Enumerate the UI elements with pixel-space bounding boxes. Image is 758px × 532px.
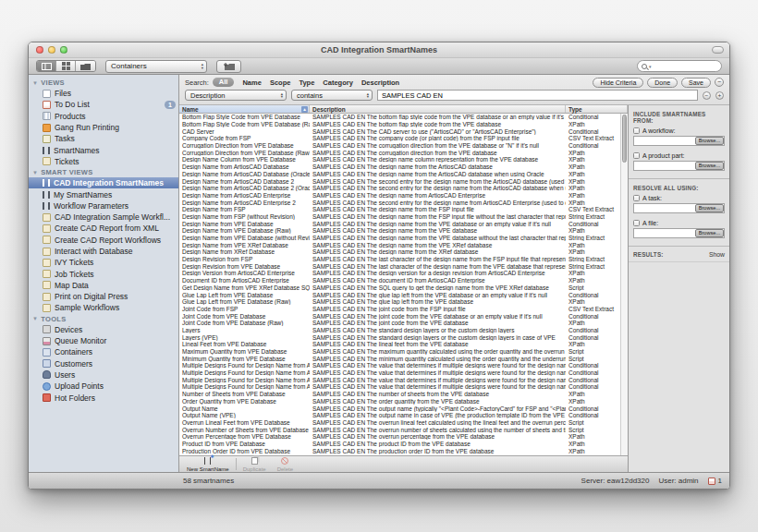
sidebar-item[interactable]: SmartNames	[29, 144, 178, 155]
add-filter-row-button[interactable]: +	[715, 91, 724, 100]
table-row[interactable]: Bottom Flap Style Code from VPE Database…	[179, 121, 620, 128]
table-row[interactable]: Lineal Feet from VPE Database SAMPLES CA…	[179, 341, 620, 348]
sidebar-item[interactable]: My SmartNames	[29, 188, 178, 200]
show-results-button[interactable]: Show	[709, 251, 725, 258]
table-row[interactable]: Design Name from XRef Database SAMPLES C…	[179, 248, 620, 256]
table-row[interactable]: Design Name from VPE Database (without R…	[179, 235, 620, 242]
table-row[interactable]: Output Name (VPE) SAMPLES CAD EN The out…	[179, 412, 620, 419]
pane-view-button[interactable]	[37, 61, 56, 71]
table-row[interactable]: Bottom Flap Style Code from VPE Database…	[179, 114, 620, 121]
table-row[interactable]: CAD Server SAMPLES CAD EN The CAD server…	[179, 127, 620, 135]
sidebar-section-tools[interactable]: ▼ TOOLS	[29, 314, 178, 324]
disclosure-triangle-icon[interactable]: ▼	[32, 80, 38, 86]
sidebar-item[interactable]: Customers	[29, 358, 178, 369]
table-row[interactable]: Design Version from ArtiosCAD Enterprise…	[179, 270, 620, 277]
sidebar-item[interactable]: Upload Points	[29, 381, 178, 392]
title-bar[interactable]: CAD Integration SmartNames	[29, 42, 729, 58]
filter-value-input[interactable]	[377, 90, 698, 101]
toolbar-toggle-button[interactable]	[712, 46, 724, 54]
workflow-browse-button[interactable]: Browse...	[695, 137, 724, 145]
search-scope-button[interactable]: All	[213, 78, 235, 87]
checkbox-icon[interactable]	[633, 152, 640, 159]
checkbox-icon[interactable]	[633, 195, 640, 201]
column-header-type[interactable]: Type	[566, 105, 628, 113]
sidebar-item[interactable]: To Do List 1	[29, 99, 178, 110]
delete-button[interactable]: Delete	[272, 456, 299, 472]
table-row[interactable]: Order Quantity from VPE Database SAMPLES…	[179, 398, 620, 405]
sidebar-item[interactable]: Containers	[29, 346, 178, 357]
sidebar-item[interactable]: CAD Integration Sample Workfl...	[29, 212, 178, 223]
done-button[interactable]: Done	[647, 78, 678, 88]
table-row[interactable]: Design Name from ArtiosCAD Enterprise 2 …	[179, 199, 620, 206]
scrollbar-thumb[interactable]	[622, 115, 627, 163]
table-row[interactable]: Design Revision from VPE Database SAMPLE…	[179, 262, 620, 270]
sidebar-item[interactable]: Create CAD Report from XML	[29, 223, 178, 234]
sidebar-item[interactable]: Tickets	[29, 156, 178, 167]
sidebar-item[interactable]: Products	[29, 111, 178, 122]
search-scope-button[interactable]: Type	[299, 79, 314, 87]
table-row[interactable]: Product ID from VPE Database SAMPLES CAD…	[179, 441, 620, 448]
table-row[interactable]: Output Name SAMPLES CAD EN The output na…	[179, 405, 620, 412]
sidebar-item[interactable]: Files	[29, 88, 178, 99]
checkbox-icon[interactable]	[633, 127, 640, 134]
sidebar-item[interactable]: Sample Workflows	[29, 302, 178, 313]
sidebar-item[interactable]: Hot Folders	[29, 392, 178, 403]
hide-criteria-button[interactable]: Hide Criteria	[593, 78, 643, 88]
sidebar-item[interactable]: Tasks	[29, 133, 178, 144]
sidebar-section-smart-views[interactable]: ▼ SMART VIEWS	[29, 167, 178, 177]
table-row[interactable]: Overrun Number of Sheets from VPE Databa…	[179, 426, 620, 433]
table-row[interactable]: Design Name from ArtiosCAD Enterprise SA…	[179, 192, 620, 200]
table-row[interactable]: Joint Code from VPE Database (Raw) SAMPL…	[179, 320, 620, 327]
table-row[interactable]: Multiple Designs Found for Design Name f…	[179, 369, 620, 377]
table-row[interactable]: Design Name from ArtiosCAD Database 2 (O…	[179, 185, 620, 192]
disclosure-triangle-icon[interactable]: ▼	[32, 316, 38, 321]
save-button[interactable]: Save	[681, 78, 711, 88]
task-checkbox[interactable]: A task:	[629, 194, 729, 203]
product-part-browse-button[interactable]: Browse...	[695, 162, 724, 170]
table-row[interactable]: Design Name from VPE Database (Raw) SAMP…	[179, 227, 620, 235]
sidebar-item[interactable]: Create CAD Report Workflows	[29, 235, 178, 246]
filter-field-dropdown[interactable]: Description ▴▾	[185, 90, 287, 101]
search-scope-button[interactable]: Description	[361, 79, 399, 87]
search-scope-button[interactable]: Scope	[270, 79, 291, 87]
table-row[interactable]: Design Name Column from VPE Database SAM…	[179, 156, 620, 163]
table-row[interactable]: Document ID from ArtiosCAD Enterprise SA…	[179, 277, 620, 284]
table-row[interactable]: Number of Sheets from VPE Database SAMPL…	[179, 391, 620, 398]
product-part-checkbox[interactable]: A product part:	[629, 151, 729, 161]
table-row[interactable]: Production Template ID from VPE Database…	[179, 454, 620, 455]
sidebar-item[interactable]: IVY Tickets	[29, 257, 178, 268]
table-row[interactable]: Design Name from FSP SAMPLES CAD EN The …	[179, 206, 620, 213]
remove-filter-row-button[interactable]: −	[703, 91, 711, 100]
filter-operator-dropdown[interactable]: contains ▴▾	[291, 90, 373, 101]
table-row[interactable]: Layers (VPE) SAMPLES CAD EN The standard…	[179, 333, 620, 341]
sidebar-item[interactable]: Queue Monitor	[29, 335, 178, 346]
table-row[interactable]: Corrugation Direction from VPE Database …	[179, 142, 620, 150]
sidebar-item[interactable]: Gang Run Printing	[29, 122, 178, 133]
new-container-button[interactable]	[216, 60, 241, 73]
table-row[interactable]: Maximum Quantity from VPE Database SAMPL…	[179, 348, 620, 356]
table-row[interactable]: Design Name from VPE Database SAMPLES CA…	[179, 220, 620, 227]
table-row[interactable]: Glue Lap Left from VPE Database SAMPLES …	[179, 291, 620, 298]
sidebar-item[interactable]: CAD Integration SmartNames	[29, 177, 178, 188]
table-row[interactable]: Overrun Percentage from VPE Database SAM…	[179, 433, 620, 441]
sidebar-item[interactable]: Interact with Database	[29, 246, 178, 257]
disclosure-triangle-icon[interactable]: ▼	[32, 170, 38, 175]
table-row[interactable]: Overrun Lineal Feet from VPE Database SA…	[179, 419, 620, 427]
file-browse-button[interactable]: Browse...	[695, 229, 724, 237]
sidebar-item[interactable]: Print on Digital Press	[29, 291, 178, 302]
todo-indicator[interactable]: 1	[708, 477, 722, 485]
folder-view-button[interactable]	[76, 61, 95, 71]
new-smartname-button[interactable]: New SmartName	[181, 456, 235, 472]
table-row[interactable]: Design Name from VPE XRef Database SAMPL…	[179, 241, 620, 248]
search-scope-button[interactable]: Name	[242, 79, 261, 87]
checkbox-icon[interactable]	[633, 220, 640, 226]
table-row[interactable]: Corrugation Direction from VPE Database …	[179, 149, 620, 156]
toolbar-search-input[interactable]	[652, 62, 707, 70]
table-row[interactable]: Company Code from FSP SAMPLES CAD EN The…	[179, 135, 620, 142]
sidebar-item[interactable]: Users	[29, 369, 178, 381]
table-row[interactable]: Multiple Designs Found for Design Name f…	[179, 362, 620, 369]
remove-criteria-button[interactable]: −	[715, 78, 724, 87]
search-scope-button[interactable]: Category	[323, 79, 353, 87]
column-header-name[interactable]: Name ▴	[179, 105, 310, 113]
sidebar-section-views[interactable]: ▼ VIEWS	[29, 78, 178, 88]
